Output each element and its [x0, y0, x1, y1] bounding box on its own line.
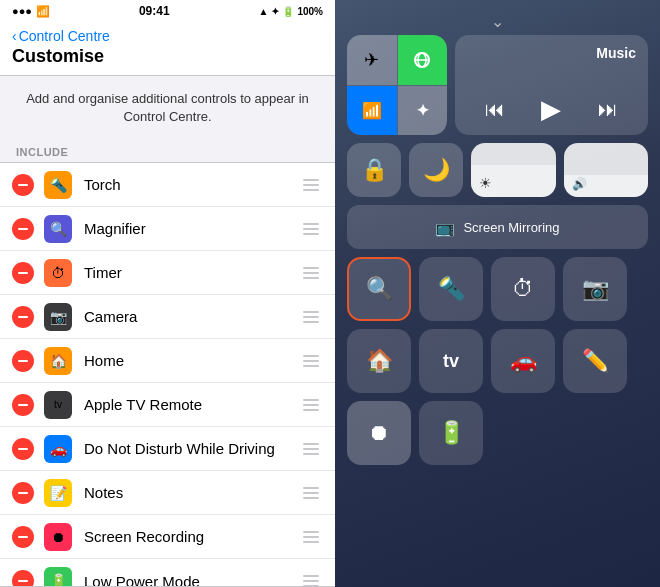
low-power-cc-button[interactable]: 🔋: [419, 401, 483, 465]
connectivity-grid: ✈ 📶 ✦: [347, 35, 447, 135]
screen-mirroring-icon: 📺: [435, 218, 455, 237]
car-cc-button[interactable]: 🚗: [491, 329, 555, 393]
drag-handle[interactable]: [299, 439, 323, 459]
remove-torch-button[interactable]: [12, 174, 34, 196]
status-time: 09:41: [139, 4, 170, 18]
remove-home-button[interactable]: [12, 350, 34, 372]
cellular-button[interactable]: [398, 35, 448, 85]
signal-bars: ●●●: [12, 5, 32, 17]
icon-row-2: 🏠 tv 🚗 ✏️: [347, 329, 648, 393]
list-item[interactable]: 📝 Notes: [0, 471, 335, 515]
control-center: ⌄ ✈ 📶 ✦ Music ⏮: [335, 0, 660, 587]
notes-icon: 📝: [44, 479, 72, 507]
drag-handle[interactable]: [299, 351, 323, 371]
screen-mirroring-label: Screen Mirroring: [463, 220, 559, 235]
chevron-down-icon[interactable]: ⌄: [347, 12, 648, 31]
screen-recording-icon: ⏺: [44, 523, 72, 551]
appletv-icon: tv: [44, 391, 72, 419]
screen-mirroring-button[interactable]: 📺 Screen Mirroring: [347, 205, 648, 249]
torch-icon: 🔦: [44, 171, 72, 199]
remove-timer-button[interactable]: [12, 262, 34, 284]
remove-appletv-button[interactable]: [12, 394, 34, 416]
list-item[interactable]: ⏱ Timer: [0, 251, 335, 295]
notes-cc-button[interactable]: ✏️: [563, 329, 627, 393]
drag-handle[interactable]: [299, 219, 323, 239]
timer-label: Timer: [84, 264, 299, 281]
screen-recording-label: Screen Recording: [84, 528, 299, 545]
list-item[interactable]: 🔍 Magnifier: [0, 207, 335, 251]
airplane-mode-button[interactable]: ✈: [347, 35, 397, 85]
remove-magnifier-button[interactable]: [12, 218, 34, 240]
remove-notes-button[interactable]: [12, 482, 34, 504]
music-label: Music: [467, 45, 636, 61]
rotation-lock-button[interactable]: 🔒: [347, 143, 401, 197]
next-track-button[interactable]: ⏭: [598, 98, 618, 121]
top-row: ✈ 📶 ✦ Music ⏮ ▶ ⏭: [347, 35, 648, 135]
bluetooth-button[interactable]: ✦: [398, 86, 448, 136]
dnd-driving-icon: 🚗: [44, 435, 72, 463]
drag-handle[interactable]: [299, 263, 323, 283]
drag-handle[interactable]: [299, 571, 323, 587]
list-item[interactable]: 📷 Camera: [0, 295, 335, 339]
magnifier-cc-button[interactable]: 🔍: [347, 257, 411, 321]
brightness-icon: ☀: [479, 175, 492, 191]
screen-recording-cc-button[interactable]: ⏺: [347, 401, 411, 465]
list-item[interactable]: 🏠 Home: [0, 339, 335, 383]
drag-handle[interactable]: [299, 175, 323, 195]
volume-icon: 🔊: [572, 177, 587, 191]
magnifier-label: Magnifier: [84, 220, 299, 237]
icon-row-1: 🔍 🔦 ⏱ 📷: [347, 257, 648, 321]
remove-camera-button[interactable]: [12, 306, 34, 328]
list-item[interactable]: ⏺ Screen Recording: [0, 515, 335, 559]
remove-low-power-button[interactable]: [12, 570, 34, 587]
camera-label: Camera: [84, 308, 299, 325]
appletv-label: Apple TV Remote: [84, 396, 299, 413]
icon-row-3: ⏺ 🔋: [347, 401, 648, 465]
back-label: Control Centre: [19, 28, 110, 44]
camera-cc-button[interactable]: 📷: [563, 257, 627, 321]
appletv-cc-button[interactable]: tv: [419, 329, 483, 393]
home-label: Home: [84, 352, 299, 369]
description-text: Add and organise additional controls to …: [0, 76, 335, 140]
notes-label: Notes: [84, 484, 299, 501]
list-item[interactable]: 🚗 Do Not Disturb While Driving: [0, 427, 335, 471]
drag-handle[interactable]: [299, 527, 323, 547]
battery-icon: 🔋: [282, 6, 294, 17]
drag-handle[interactable]: [299, 307, 323, 327]
timer-icon: ⏱: [44, 259, 72, 287]
right-panel: ⌄ ✈ 📶 ✦ Music ⏮: [335, 0, 660, 587]
list-item[interactable]: tv Apple TV Remote: [0, 383, 335, 427]
section-header: INCLUDE: [0, 140, 335, 162]
left-panel: ●●● 📶 09:41 ▲ ✦ 🔋 100% ‹ Control Centre …: [0, 0, 335, 587]
previous-track-button[interactable]: ⏮: [485, 98, 505, 121]
back-button[interactable]: ‹ Control Centre: [12, 28, 323, 44]
list-item[interactable]: 🔋 Low Power Mode: [0, 559, 335, 587]
wifi-button[interactable]: 📶: [347, 86, 397, 136]
home-cc-button[interactable]: 🏠: [347, 329, 411, 393]
do-not-disturb-button[interactable]: 🌙: [409, 143, 463, 197]
camera-icon: 📷: [44, 303, 72, 331]
music-tile[interactable]: Music ⏮ ▶ ⏭: [455, 35, 648, 135]
play-button[interactable]: ▶: [541, 94, 561, 125]
battery-percent: 100%: [297, 6, 323, 17]
torch-label: Torch: [84, 176, 299, 193]
mirror-row: 📺 Screen Mirroring: [347, 205, 648, 249]
status-bar: ●●● 📶 09:41 ▲ ✦ 🔋 100%: [0, 0, 335, 22]
page-title: Customise: [12, 46, 323, 67]
list-item[interactable]: 🔦 Torch: [0, 163, 335, 207]
remove-dnd-driving-button[interactable]: [12, 438, 34, 460]
low-power-icon: 🔋: [44, 567, 72, 587]
nav-header: ‹ Control Centre Customise: [0, 22, 335, 76]
volume-slider[interactable]: 🔊: [564, 143, 649, 197]
drag-handle[interactable]: [299, 483, 323, 503]
torch-cc-button[interactable]: 🔦: [419, 257, 483, 321]
status-signal: ●●● 📶: [12, 5, 50, 18]
status-right-icons: ▲ ✦ 🔋 100%: [259, 6, 323, 17]
controls-row: 🔒 🌙 ☀ 🔊: [347, 143, 648, 197]
drag-handle[interactable]: [299, 395, 323, 415]
brightness-slider[interactable]: ☀: [471, 143, 556, 197]
timer-cc-button[interactable]: ⏱: [491, 257, 555, 321]
remove-screen-recording-button[interactable]: [12, 526, 34, 548]
low-power-label: Low Power Mode: [84, 573, 299, 587]
include-list: 🔦 Torch 🔍 Magnifier ⏱ Timer 📷 Camera 🏠 H…: [0, 162, 335, 587]
